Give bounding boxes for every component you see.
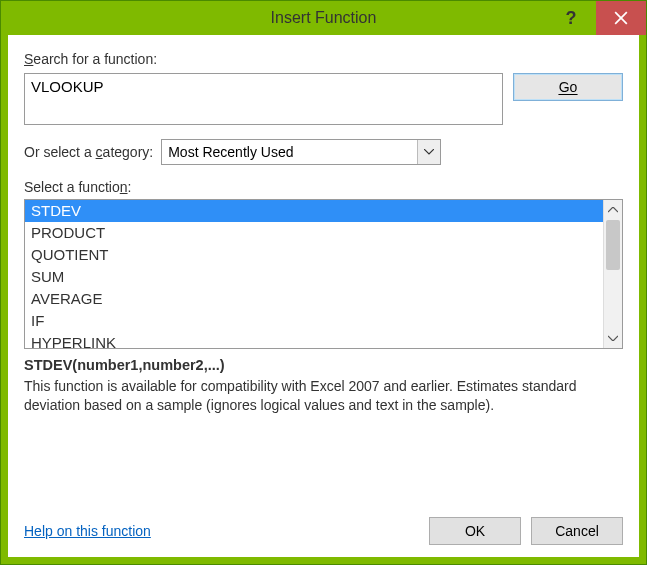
category-select[interactable] xyxy=(161,139,441,165)
list-item[interactable]: SUM xyxy=(25,266,603,288)
scroll-down-button[interactable] xyxy=(604,328,622,348)
list-item[interactable]: HYPERLINK xyxy=(25,332,603,348)
function-listbox-wrap: STDEVPRODUCTQUOTIENTSUMAVERAGEIFHYPERLIN… xyxy=(24,199,623,349)
help-link[interactable]: Help on this function xyxy=(24,523,151,539)
category-select-wrap xyxy=(161,139,441,165)
help-button[interactable]: ? xyxy=(546,1,596,35)
insert-function-dialog: Insert Function ? Search for a function:… xyxy=(0,0,647,565)
function-description: This function is available for compatibi… xyxy=(24,377,623,415)
function-listbox[interactable]: STDEVPRODUCTQUOTIENTSUMAVERAGEIFHYPERLIN… xyxy=(25,200,603,348)
close-button[interactable] xyxy=(596,1,646,35)
scroll-up-button[interactable] xyxy=(604,200,622,220)
cancel-button[interactable]: Cancel xyxy=(531,517,623,545)
go-button-label: Go xyxy=(559,79,578,95)
dialog-body-outer: Search for a function: Go Or select a ca… xyxy=(1,35,646,564)
search-label: Search for a function: xyxy=(24,51,623,67)
search-label-text: earch for a function: xyxy=(33,51,157,67)
category-row: Or select a category: xyxy=(24,139,623,165)
dialog-footer: Help on this function OK Cancel xyxy=(24,505,623,545)
scrollbar[interactable] xyxy=(603,200,622,348)
dialog-body: Search for a function: Go Or select a ca… xyxy=(8,35,639,557)
function-signature: STDEV(number1,number2,...) xyxy=(24,357,623,373)
titlebar-controls: ? xyxy=(546,1,646,35)
ok-button[interactable]: OK xyxy=(429,517,521,545)
search-row: Go xyxy=(24,73,623,125)
titlebar: Insert Function ? xyxy=(1,1,646,35)
go-button[interactable]: Go xyxy=(513,73,623,101)
search-input[interactable] xyxy=(24,73,503,125)
list-item[interactable]: QUOTIENT xyxy=(25,244,603,266)
list-item[interactable]: PRODUCT xyxy=(25,222,603,244)
search-label-accel: S xyxy=(24,51,33,67)
list-item[interactable]: STDEV xyxy=(25,200,603,222)
list-item[interactable]: IF xyxy=(25,310,603,332)
category-label: Or select a category: xyxy=(24,144,153,160)
close-icon xyxy=(614,11,628,25)
function-list-label: Select a function: xyxy=(24,179,623,195)
scroll-thumb[interactable] xyxy=(606,220,620,270)
list-item[interactable]: AVERAGE xyxy=(25,288,603,310)
